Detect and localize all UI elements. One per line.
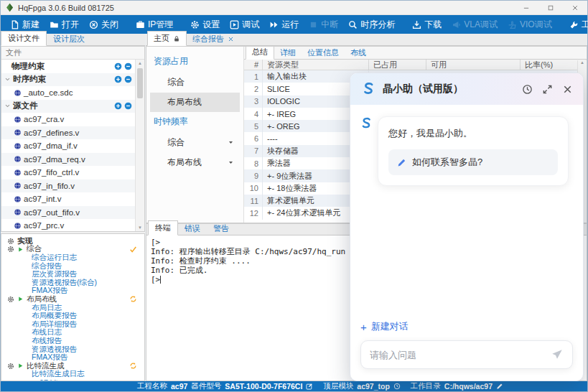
tab-terminal[interactable]: 终端 bbox=[148, 220, 178, 235]
tab-warnings[interactable]: 警告 bbox=[207, 222, 235, 235]
chevron-down-icon[interactable] bbox=[4, 76, 11, 83]
subtab-details[interactable]: 详细 bbox=[274, 47, 302, 60]
download-button[interactable]: 下载 bbox=[407, 17, 447, 32]
report-link[interactable]: 综合运行日志 bbox=[1, 253, 144, 262]
file-item[interactable]: ac97_in_fifo.v bbox=[1, 179, 135, 193]
suggestion-chip[interactable]: 如何联系智多晶? bbox=[388, 149, 558, 175]
file-item[interactable]: ac97_cra.v bbox=[1, 113, 135, 126]
assistant-footer: + 新建对话 bbox=[350, 313, 583, 381]
project-name-label: 工程名称 bbox=[137, 381, 167, 391]
run-button[interactable]: 运行 bbox=[264, 17, 304, 32]
tab-home[interactable]: 主页 bbox=[147, 31, 187, 46]
edit-device-icon[interactable] bbox=[306, 383, 313, 390]
file-item[interactable]: ac97_dma_if.v bbox=[1, 139, 135, 153]
remove-icon[interactable] bbox=[124, 102, 132, 110]
file-item[interactable]: ac97_prc.v bbox=[1, 219, 135, 232]
add-icon[interactable] bbox=[114, 62, 122, 70]
file-item[interactable]: ac97_int.v bbox=[1, 192, 135, 206]
send-icon[interactable] bbox=[551, 348, 564, 361]
maximize-button[interactable] bbox=[538, 1, 563, 14]
ip-manager-button[interactable]: IP管理 bbox=[131, 17, 178, 32]
report-link[interactable]: 资源透视报告 bbox=[1, 345, 144, 354]
minimize-button[interactable] bbox=[514, 1, 538, 14]
close-tab-icon[interactable] bbox=[228, 36, 234, 42]
subtab-summary[interactable]: 总结 bbox=[246, 47, 274, 60]
chevron-down-icon[interactable] bbox=[228, 139, 234, 146]
question-input[interactable] bbox=[370, 350, 551, 360]
file-name: ac97_defines.v bbox=[24, 129, 79, 137]
settings-button[interactable]: 设置 bbox=[185, 17, 225, 32]
hand-icon bbox=[508, 20, 517, 29]
remove-icon[interactable] bbox=[124, 62, 132, 70]
report-link[interactable]: 比特流生成日志 bbox=[1, 370, 144, 379]
scroll-thumb[interactable] bbox=[137, 68, 143, 98]
subtab-placement[interactable]: 位置信息 bbox=[302, 47, 345, 60]
tree-group-timing-constraints[interactable]: 时序约束 bbox=[1, 73, 135, 87]
file-name: ac97_dma_if.v bbox=[24, 141, 78, 150]
report-link[interactable]: 布线日志 bbox=[1, 329, 144, 337]
stage-place-route[interactable]: 布局布线 bbox=[1, 295, 144, 304]
work-dir-label: 工作目录 bbox=[411, 381, 441, 391]
add-icon[interactable] bbox=[114, 75, 122, 83]
row-number: 9 bbox=[244, 169, 263, 182]
new-chat-button[interactable]: + 新建对话 bbox=[360, 320, 573, 333]
report-link[interactable]: 布局详细报告 bbox=[1, 320, 144, 329]
file-name: ac97_cra.v bbox=[24, 115, 64, 123]
assistant-header-actions bbox=[522, 84, 573, 95]
megaphone-icon bbox=[452, 20, 461, 29]
file-item[interactable]: ac97_defines.v bbox=[1, 126, 135, 140]
stop-icon bbox=[309, 20, 318, 29]
remove-icon[interactable] bbox=[124, 75, 132, 83]
file-item[interactable]: ac97_out_fifo.v bbox=[1, 206, 135, 220]
report-link[interactable]: FMAX报告 bbox=[1, 287, 144, 296]
edit-dir-pencil-icon[interactable] bbox=[496, 383, 503, 390]
tab-synthesis-report[interactable]: 综合报告 bbox=[187, 32, 240, 46]
scroll-down-arrow[interactable]: ▼ bbox=[136, 224, 144, 232]
file-item[interactable]: ac97_dma_req.v bbox=[1, 153, 135, 167]
report-link[interactable]: 资源透视报告(综合) bbox=[1, 279, 144, 287]
tab-design-files[interactable]: 设计文件 bbox=[1, 31, 47, 46]
gear-icon[interactable] bbox=[7, 246, 14, 253]
nav-item-synthesis[interactable]: 综合 bbox=[150, 73, 240, 92]
tree-group-physical-constraints[interactable]: 物理约束 bbox=[1, 60, 135, 73]
file-item-sdc[interactable]: _auto_ce.sdc bbox=[1, 86, 135, 100]
table-subtabs: 总结 详细 位置信息 布线 bbox=[244, 47, 587, 60]
tree-group-source-files[interactable]: 源文件 bbox=[1, 100, 135, 113]
gear-icon[interactable] bbox=[7, 363, 14, 370]
project-name-value: ac97 bbox=[171, 382, 187, 391]
close-project-button[interactable]: 关闭 bbox=[84, 17, 123, 32]
expand-icon[interactable] bbox=[542, 84, 553, 95]
play-icon[interactable] bbox=[17, 296, 24, 302]
scroll-up-arrow[interactable]: ▲ bbox=[578, 60, 587, 65]
nav-item-clock-synthesis[interactable]: 综合 bbox=[150, 133, 240, 152]
report-link[interactable]: FMAX报告 bbox=[1, 353, 144, 362]
open-button[interactable]: 打开 bbox=[45, 17, 84, 32]
add-icon[interactable] bbox=[114, 102, 122, 110]
play-icon[interactable] bbox=[17, 363, 24, 369]
close-button[interactable] bbox=[563, 1, 587, 14]
scroll-up-arrow[interactable]: ▲ bbox=[136, 60, 144, 67]
close-assistant-icon[interactable] bbox=[562, 84, 573, 95]
chevron-down-icon[interactable] bbox=[228, 159, 234, 166]
nav-item-clock-place-route[interactable]: 布局布线 bbox=[150, 153, 240, 172]
tab-label: 综合报告 bbox=[192, 34, 224, 45]
file-item[interactable]: ac97_fifo_ctrl.v bbox=[1, 166, 135, 179]
implementation-header[interactable]: 实现 bbox=[1, 237, 144, 246]
tools-menu-button[interactable]: 工具 bbox=[564, 17, 588, 32]
play-icon[interactable] bbox=[17, 246, 24, 253]
tab-design-hierarchy[interactable]: 设计层次 bbox=[47, 32, 91, 46]
timing-analysis-button[interactable]: 时序分析 bbox=[343, 17, 400, 32]
chevron-down-icon[interactable] bbox=[4, 103, 11, 109]
new-button[interactable]: 新建 bbox=[5, 17, 45, 32]
table-header: # 资源类型 已占用 可用 比率(%) bbox=[244, 60, 587, 70]
gear-icon[interactable] bbox=[7, 296, 14, 303]
debug-button[interactable]: 调试 bbox=[225, 17, 264, 32]
window-controls bbox=[514, 1, 587, 14]
pencil-icon bbox=[397, 158, 406, 167]
subtab-routing[interactable]: 布线 bbox=[345, 47, 372, 60]
nav-item-place-route[interactable]: 布局布线 bbox=[150, 93, 240, 112]
tab-errors[interactable]: 错误 bbox=[178, 222, 207, 235]
history-icon[interactable] bbox=[522, 84, 533, 95]
file-tree-scrollbar[interactable]: ▲ ▼ bbox=[135, 60, 144, 232]
top-module-icon[interactable] bbox=[393, 383, 401, 390]
